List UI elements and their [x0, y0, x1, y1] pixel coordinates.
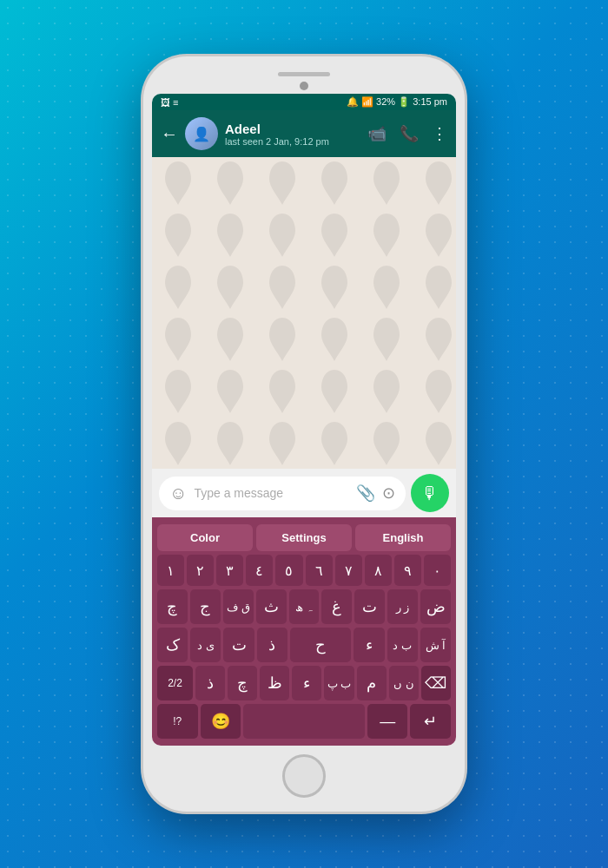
- back-button[interactable]: ←: [161, 124, 178, 144]
- key-page[interactable]: 2/2: [157, 666, 193, 700]
- key-alef-sh[interactable]: آ ش: [420, 628, 451, 662]
- key-te[interactable]: ت: [354, 589, 385, 624]
- phone-frame: 🖼 ≡ 🔔 📶 32% 🔋 3:15 pm ← 👤 Adeel last see…: [143, 56, 465, 812]
- contact-name: Adeel: [225, 122, 360, 136]
- status-bar: 🖼 ≡ 🔔 📶 32% 🔋 3:15 pm: [152, 94, 456, 110]
- home-button[interactable]: [282, 754, 326, 798]
- backspace-key[interactable]: ⌫: [421, 666, 451, 700]
- camera-icon[interactable]: ⊙: [382, 483, 395, 503]
- status-right-info: 🔔 📶 32% 🔋 3:15 pm: [347, 96, 447, 108]
- keyboard-row-1: چ ج ق ف ث ہ ھ غ ت ز ر ض: [154, 588, 454, 626]
- status-left: 🖼 ≡: [161, 97, 178, 108]
- key-ye-dal[interactable]: ی د: [190, 628, 221, 662]
- enter-key[interactable]: ↵: [410, 704, 451, 739]
- space-key[interactable]: [243, 704, 365, 739]
- header-icons: 📹 📞 ⋮: [367, 124, 447, 143]
- contact-info: Adeel last seen 2 Jan, 9:12 pm: [225, 122, 360, 147]
- keyboard-row-2: ک ی د ت ذ ح ء ب د آ ش: [154, 626, 454, 664]
- mic-button[interactable]: 🎙: [411, 474, 449, 512]
- message-input-box[interactable]: ☺ Type a message 📎 ⊙: [159, 477, 406, 510]
- key-ta[interactable]: ت: [223, 628, 254, 662]
- mic-icon: 🎙: [421, 483, 439, 503]
- key-4[interactable]: ٤: [246, 555, 273, 586]
- key-qaf-fa[interactable]: ق ف: [223, 589, 254, 624]
- key-6[interactable]: ٦: [306, 555, 333, 586]
- key-2[interactable]: ٢: [187, 555, 214, 586]
- message-placeholder: Type a message: [194, 486, 349, 500]
- chat-area: [152, 157, 456, 469]
- dash-key[interactable]: —: [367, 704, 408, 739]
- status-left-icons: 🖼 ≡: [161, 97, 178, 108]
- special-chars-button[interactable]: !?: [157, 704, 198, 739]
- keyboard-row-3: 2/2 ذ چ ظ ء ب پ م ن ں ⌫: [154, 664, 454, 702]
- key-ha[interactable]: ہ ھ: [289, 589, 320, 624]
- key-ghain[interactable]: غ: [321, 589, 352, 624]
- emoji-button[interactable]: ☺: [169, 483, 187, 503]
- settings-button[interactable]: Settings: [256, 524, 352, 551]
- keyboard-bottom-row: !? 😊 — ↵: [154, 702, 454, 742]
- attach-icon[interactable]: 📎: [356, 483, 375, 503]
- key-zain[interactable]: ظ: [260, 666, 289, 700]
- english-button[interactable]: English: [355, 524, 451, 551]
- key-je[interactable]: ج: [190, 589, 221, 624]
- status-right: 🔔 📶 32% 🔋 3:15 pm: [347, 96, 447, 108]
- key-kaf[interactable]: ک: [157, 628, 188, 662]
- phone-camera: [300, 82, 308, 90]
- chat-background-pattern: [152, 157, 456, 469]
- key-waw[interactable]: ء: [292, 666, 321, 700]
- key-be-pe[interactable]: ب د: [387, 628, 418, 662]
- voice-call-icon[interactable]: 📞: [400, 124, 419, 143]
- video-call-icon[interactable]: 📹: [367, 124, 387, 143]
- key-0[interactable]: ٠: [424, 555, 451, 586]
- key-5[interactable]: ٥: [275, 555, 302, 586]
- color-button[interactable]: Color: [157, 524, 253, 551]
- key-9[interactable]: ٩: [394, 555, 421, 586]
- contact-last-seen: last seen 2 Jan, 9:12 pm: [225, 136, 360, 147]
- key-ain[interactable]: ح: [290, 628, 351, 662]
- key-hamza[interactable]: ء: [354, 628, 384, 662]
- whatsapp-header: ← 👤 Adeel last seen 2 Jan, 9:12 pm 📹 📞 ⋮: [152, 110, 456, 157]
- keyboard-number-row: ١ ٢ ٣ ٤ ٥ ٦ ٧ ٨ ٩ ٠: [154, 553, 454, 588]
- key-se[interactable]: ث: [256, 589, 287, 624]
- phone-bottom: [152, 746, 456, 803]
- key-nun-n[interactable]: ن ں: [389, 666, 419, 700]
- key-7[interactable]: ٧: [335, 555, 362, 586]
- more-options-icon[interactable]: ⋮: [432, 124, 447, 143]
- key-ba-pa[interactable]: ب پ: [324, 666, 354, 700]
- key-che[interactable]: چ: [157, 589, 188, 624]
- phone-top: [152, 65, 456, 94]
- keyboard: Color Settings English ١ ٢ ٣ ٤ ٥ ٦ ٧ ٨ ٩…: [152, 517, 456, 746]
- input-area: ☺ Type a message 📎 ⊙ 🎙: [152, 469, 456, 517]
- phone-screen: 🖼 ≡ 🔔 📶 32% 🔋 3:15 pm ← 👤 Adeel last see…: [152, 94, 456, 746]
- key-mim[interactable]: م: [357, 666, 387, 700]
- key-zal[interactable]: ذ: [257, 628, 287, 662]
- key-dad[interactable]: ض: [420, 589, 451, 624]
- key-3[interactable]: ٣: [216, 555, 243, 586]
- key-ze-re[interactable]: ز ر: [387, 589, 418, 624]
- keyboard-top-row: Color Settings English: [154, 521, 454, 553]
- avatar: 👤: [185, 117, 218, 150]
- emoji-keyboard-button[interactable]: 😊: [201, 704, 241, 739]
- key-che2[interactable]: چ: [228, 666, 257, 700]
- key-8[interactable]: ٨: [365, 555, 392, 586]
- phone-speaker: [278, 72, 330, 76]
- key-zal2[interactable]: ذ: [195, 666, 225, 700]
- key-1[interactable]: ١: [157, 555, 184, 586]
